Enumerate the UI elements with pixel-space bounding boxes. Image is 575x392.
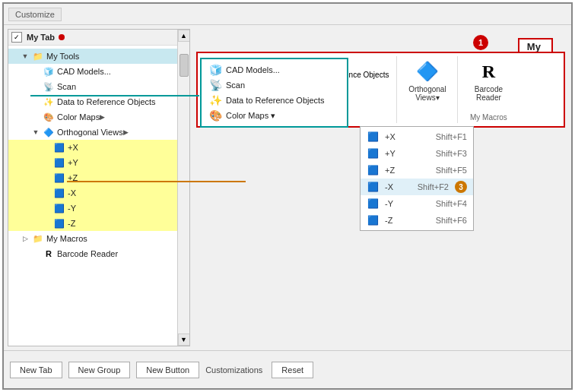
tree-item-ortho-views[interactable]: ▼ 🔷 Orthogonal Views ▶ xyxy=(8,125,189,140)
ribbon-ortho-views[interactable]: 🔷 OrthogonalViews▾ xyxy=(405,58,449,103)
my-tab-tree-item[interactable]: ✓ My Tab xyxy=(11,32,65,43)
tree-item-minus-x[interactable]: 🟦 -X xyxy=(8,185,189,201)
my-tab-label: My Tab xyxy=(27,33,55,42)
tree-item-plus-z[interactable]: 🟦 +Z xyxy=(8,170,189,185)
ortho-submenu: 🟦 +X Shift+F1 🟦 +Y Shift+F3 🟦 +Z Shift+F… xyxy=(360,126,474,231)
connector-teal xyxy=(30,95,199,96)
tree-item-barcode[interactable]: R Barcode Reader xyxy=(8,246,189,261)
color-maps-icon: 🎨 xyxy=(43,111,55,123)
cube-icon-py: 🟦 xyxy=(53,156,65,169)
folder-open-icon: 📁 xyxy=(32,50,44,62)
new-tab-button[interactable]: New Tab xyxy=(10,362,62,378)
new-button-button[interactable]: New Button xyxy=(136,362,199,378)
tree-toggle-macros[interactable]: ▷ xyxy=(21,234,30,243)
scroll-thumb[interactable] xyxy=(179,54,189,77)
scan-icon: 📡 xyxy=(43,81,55,93)
popup-cad-icon: 🧊 xyxy=(208,64,223,76)
tree-item-plus-x[interactable]: 🟦 +X xyxy=(8,140,189,155)
scroll-down[interactable]: ▼ xyxy=(178,334,190,346)
ortho-ribbon-label: OrthogonalViews▾ xyxy=(408,85,446,102)
main-window: Customize ✓ My Tab ▼ xyxy=(2,2,573,390)
ribbon-group-my-macros: R BarcodeReader My Macros xyxy=(458,56,519,123)
tree-item-my-macros[interactable]: ▷ 📁 My Macros xyxy=(8,231,189,246)
popup-scan[interactable]: 📡 Scan xyxy=(205,77,344,93)
scroll-up[interactable]: ▲ xyxy=(178,30,190,42)
cad-models-icon: 🧊 xyxy=(43,65,55,77)
new-group-button[interactable]: New Group xyxy=(68,362,131,378)
tree-toggle-my-tools[interactable]: ▼ xyxy=(21,52,30,61)
connector-orange xyxy=(67,181,246,182)
ortho-icon: 🔷 xyxy=(43,126,55,138)
tree-item-scan[interactable]: 📡 Scan xyxy=(8,79,189,94)
bottom-bar: New Tab New Group New Button Customizati… xyxy=(4,350,571,388)
tree-toggle-ortho[interactable]: ▼ xyxy=(31,128,40,137)
barcode-ribbon-label: BarcodeReader xyxy=(475,85,503,102)
my-tab-red-dot xyxy=(59,34,65,40)
data-to-ref-icon: ✨ xyxy=(43,96,55,108)
cube-icon-my: 🟦 xyxy=(53,202,65,214)
tree-item-minus-z[interactable]: 🟦 -Z xyxy=(8,216,189,231)
ortho-item-py[interactable]: 🟦 +Y Shift+F3 xyxy=(361,145,473,162)
ortho-icon-px: 🟦 xyxy=(367,131,379,143)
ortho-item-pz[interactable]: 🟦 +Z Shift+F5 xyxy=(361,162,473,179)
cube-icon-pz: 🟦 xyxy=(53,172,65,184)
barcode-ribbon-icon: R xyxy=(476,59,500,84)
ortho-item-my[interactable]: 🟦 -Y Shift+F4 xyxy=(361,195,473,212)
cube-icon-mx: 🟦 xyxy=(53,187,65,199)
tree-container: ▼ 📁 My Tools 🧊 CAD Models... 📡 Sc xyxy=(8,46,189,264)
popup-color-icon: 🎨 xyxy=(208,109,223,122)
window-title: Customize xyxy=(8,8,62,21)
popup-data-ref-icon: ✨ xyxy=(208,94,223,106)
ribbon-group-ortho: 🔷 OrthogonalViews▾ xyxy=(397,56,458,123)
tree-item-my-tools[interactable]: ▼ 📁 My Tools xyxy=(8,49,189,64)
my-tools-popup: 🧊 CAD Models... 📡 Scan ✨ Data to Referen… xyxy=(200,58,348,128)
tree-item-plus-y[interactable]: 🟦 +Y xyxy=(8,155,189,170)
tree-scrollbar[interactable]: ▲ ▼ xyxy=(177,30,189,346)
color-maps-arrow: ▶ xyxy=(100,113,105,121)
ortho-icon-mz: 🟦 xyxy=(367,214,379,226)
ortho-item-px[interactable]: 🟦 +X Shift+F1 xyxy=(361,128,473,145)
ortho-item-mx[interactable]: 🟦 -X Shift+F2 3 xyxy=(361,179,473,195)
popup-scan-icon: 📡 xyxy=(208,79,223,91)
badge-3: 3 xyxy=(455,181,467,193)
customizations-label: Customizations xyxy=(205,365,262,375)
tree-item-data-to-ref[interactable]: ✨ Data to Reference Objects xyxy=(8,94,189,109)
reset-button[interactable]: Reset xyxy=(272,362,313,378)
tree-item-minus-y[interactable]: 🟦 -Y xyxy=(8,201,189,216)
ortho-icon-py: 🟦 xyxy=(367,147,379,160)
popup-cad-models[interactable]: 🧊 CAD Models... xyxy=(205,62,344,77)
tree-item-cad-models[interactable]: 🧊 CAD Models... xyxy=(8,64,189,79)
popup-data-to-ref[interactable]: ✨ Data to Reference Objects xyxy=(205,93,344,108)
barcode-r-icon: R xyxy=(43,248,55,260)
top-bar: Customize xyxy=(4,4,571,25)
ribbon-barcode-reader[interactable]: R BarcodeReader xyxy=(472,58,506,103)
my-macros-group-label: My Macros xyxy=(470,110,507,122)
popup-color-maps[interactable]: 🎨 Color Maps ▾ xyxy=(205,108,344,123)
badge-1: 1 xyxy=(473,35,488,50)
tree-item-color-maps[interactable]: 🎨 Color Maps ▶ xyxy=(8,109,189,125)
cube-icon-px: 🟦 xyxy=(53,141,65,153)
ortho-icon-mx: 🟦 xyxy=(367,181,379,193)
ortho-item-mz[interactable]: 🟦 -Z Shift+F6 xyxy=(361,212,473,229)
folder-macros-icon: 📁 xyxy=(32,232,44,245)
ortho-expand-arrow: ▶ xyxy=(123,128,129,136)
ortho-icon-pz: 🟦 xyxy=(367,164,379,176)
right-panel: 1 My Tab 🧊 CADModels... xyxy=(196,29,565,346)
my-tab-checkbox[interactable]: ✓ xyxy=(11,32,22,43)
ortho-ribbon-icon: 🔷 xyxy=(415,59,440,84)
cube-icon-mz: 🟦 xyxy=(53,217,65,229)
ortho-icon-my: 🟦 xyxy=(367,198,379,210)
left-panel: ✓ My Tab ▼ 📁 My Tools xyxy=(8,29,190,346)
